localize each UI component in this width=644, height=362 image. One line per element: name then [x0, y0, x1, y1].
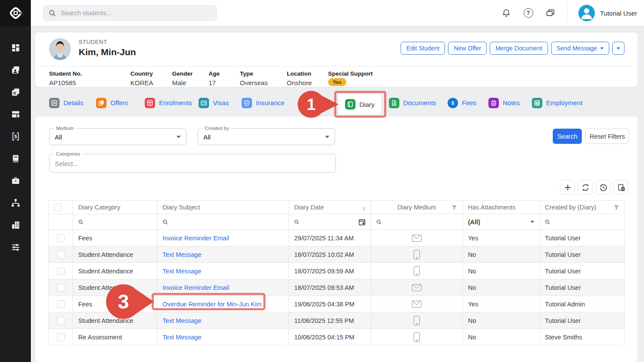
tab-enrolments[interactable]: Enrolments — [145, 98, 192, 108]
svg-text:$: $ — [451, 100, 454, 106]
notifications-button[interactable] — [501, 7, 512, 19]
chevron-down-icon — [600, 47, 604, 50]
categories-filter[interactable]: Categories Select... — [49, 154, 336, 173]
tab-offers[interactable]: Offers — [96, 98, 128, 108]
row-checkbox[interactable] — [57, 333, 65, 341]
tab-documents[interactable]: Documents — [389, 98, 436, 108]
col-has-attachments[interactable]: Has Attachments — [463, 201, 540, 214]
phone-icon — [414, 266, 420, 276]
col-diary-medium[interactable]: Diary Medium — [371, 201, 463, 214]
tab-label: Fees — [462, 99, 476, 106]
row-checkbox[interactable] — [57, 234, 65, 242]
tab-details[interactable]: Details — [49, 98, 83, 108]
sidebar-item-courses[interactable] — [10, 153, 21, 164]
new-offer-button[interactable]: New Offer — [448, 42, 487, 55]
category-filter-input[interactable] — [86, 218, 152, 226]
diary-subject-link[interactable]: Invoice Reminder Email — [163, 235, 229, 242]
phone-icon — [414, 316, 420, 325]
tab-fees[interactable]: $ Fees — [448, 98, 476, 108]
diary-subject-link[interactable]: Text Message — [163, 251, 201, 258]
tab-employment[interactable]: Employment — [532, 98, 582, 108]
cell-category: Student Attendance — [73, 263, 157, 279]
medium-filter-input[interactable] — [384, 218, 457, 226]
diary-subject-link[interactable]: Overdue Reminder for Min-Jun Kim — [163, 301, 262, 308]
select-all-checkbox[interactable] — [54, 203, 62, 211]
tab-visas[interactable]: Visas — [199, 98, 229, 108]
messages-button[interactable] — [545, 7, 556, 19]
refresh-button[interactable] — [578, 180, 593, 195]
info-value: Male — [172, 79, 209, 86]
sidebar-item-students[interactable] — [10, 65, 21, 75]
sidebar-item-offers[interactable] — [10, 87, 21, 97]
history-button[interactable] — [596, 180, 611, 195]
created-by-filter-value: All — [203, 133, 211, 140]
sidebar-item-agents[interactable] — [10, 198, 21, 208]
edit-student-button[interactable]: Edit Student — [401, 42, 445, 55]
search-button[interactable]: Search — [553, 129, 582, 144]
sidebar-item-toolbox[interactable] — [10, 176, 21, 186]
attachments-filter-cell: (All) — [463, 214, 540, 230]
sidebar-item-campus[interactable] — [10, 220, 21, 230]
row-checkbox[interactable] — [57, 267, 65, 275]
filter-funnel-icon[interactable] — [451, 205, 457, 210]
cell-created-by: Tutorial User — [540, 279, 625, 296]
medium-filter[interactable]: Medium All — [49, 128, 186, 145]
created-by-filter[interactable]: Created by All — [198, 128, 335, 145]
reset-filters-button[interactable]: Reset Filters — [585, 129, 629, 144]
table-row-highlighted[interactable]: Fees Overdue Reminder for Min-Jun Kim 19… — [49, 296, 625, 312]
tab-notes[interactable]: Notes — [488, 98, 520, 108]
add-entry-button[interactable] — [560, 180, 575, 195]
sidebar-item-settings[interactable] — [10, 242, 21, 252]
select-all-cell — [49, 201, 73, 214]
tab-diary[interactable]: Diary — [338, 93, 382, 115]
table-row[interactable]: Re Assessment Text Message 10/06/2025 04… — [49, 329, 625, 345]
table-row[interactable]: Student Attendance Text Message 11/06/20… — [49, 312, 625, 329]
calendar-icon[interactable] — [359, 219, 365, 226]
table-row[interactable]: Student Attendance Invoice Reminder Emai… — [49, 279, 625, 296]
export-button[interactable] — [614, 180, 628, 195]
more-actions-button[interactable] — [612, 42, 624, 55]
col-diary-subject[interactable]: Diary Subject — [157, 201, 289, 214]
topbar: ? Tutorial User — [31, 0, 644, 26]
row-checkbox[interactable] — [57, 317, 65, 325]
merge-document-label: Merge Document — [495, 45, 542, 52]
categories-filter-placeholder: Select... — [55, 159, 78, 167]
sidebar-item-dashboard[interactable] — [10, 43, 21, 53]
created-by-filter-input[interactable] — [553, 218, 619, 226]
table-row[interactable]: Student Attendance Text Message 18/07/20… — [49, 246, 625, 263]
col-diary-date[interactable]: Diary Date↓ — [289, 201, 371, 214]
app-logo[interactable] — [0, 0, 31, 26]
col-diary-category[interactable]: Diary Category — [73, 201, 157, 214]
user-menu[interactable]: Tutorial User — [578, 5, 637, 21]
table-row[interactable]: Fees Invoice Reminder Email 29/07/2025 1… — [49, 230, 625, 246]
row-checkbox[interactable] — [57, 284, 65, 292]
sort-desc-icon[interactable]: ↓ — [362, 204, 366, 211]
diary-subject-link[interactable]: Invoice Reminder Email — [163, 284, 229, 291]
col-created-by[interactable]: Created by (Diary) — [540, 201, 625, 214]
filter-empty-cell — [49, 214, 73, 230]
diary-subject-link[interactable]: Text Message — [163, 268, 201, 275]
send-message-button[interactable]: Send Message — [551, 42, 609, 55]
search-icon — [49, 10, 56, 17]
sidebar-item-fees[interactable]: $ — [10, 131, 21, 142]
cell-attachments: No — [463, 279, 540, 296]
col-label: Diary Medium — [397, 204, 436, 211]
subject-filter-input[interactable] — [171, 218, 283, 226]
date-filter-input[interactable] — [302, 218, 356, 226]
diary-subject-link[interactable]: Text Message — [163, 317, 201, 324]
search-input[interactable] — [60, 9, 211, 17]
merge-document-button[interactable]: Merge Document — [490, 42, 548, 55]
filter-funnel-icon[interactable] — [614, 205, 619, 210]
created-by-filter-cell — [540, 214, 625, 230]
sidebar-nav: $ — [0, 26, 31, 252]
tab-insurance[interactable]: Insurance — [242, 98, 285, 108]
diary-subject-link[interactable]: Text Message — [163, 334, 201, 341]
phone-icon — [414, 332, 420, 342]
help-button[interactable]: ? — [523, 7, 534, 19]
row-checkbox[interactable] — [57, 300, 65, 308]
sidebar-item-enrolments[interactable] — [10, 109, 21, 120]
table-row[interactable]: Student Attendance Text Message 18/07/20… — [49, 263, 625, 279]
row-checkbox[interactable] — [57, 251, 65, 259]
attachments-filter-dropdown[interactable]: (All) — [468, 219, 534, 226]
cell-created-by: Steve Smiths — [540, 329, 625, 345]
